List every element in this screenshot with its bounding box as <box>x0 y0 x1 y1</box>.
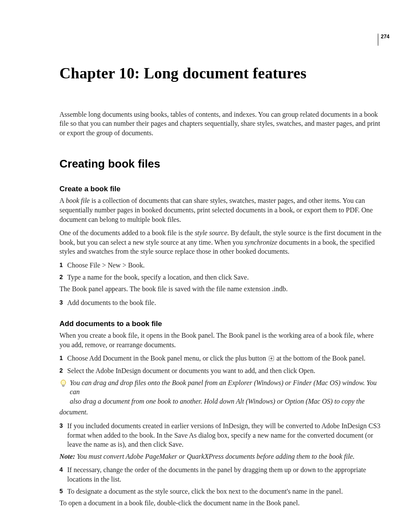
tip-line: also drag a document from one book to an… <box>70 398 364 405</box>
body-paragraph: One of the documents added to a book fil… <box>59 228 385 256</box>
text-fragment: One of the documents added to a book fil… <box>59 229 195 236</box>
step-text: Choose Add Document in the Book panel me… <box>67 354 385 364</box>
italic-term-book-file: book file <box>66 197 90 204</box>
step-text: Choose File > New > Book. <box>67 261 385 270</box>
body-paragraph: To open a document in a book file, doubl… <box>59 498 385 508</box>
step-number: 1 <box>59 261 67 270</box>
tip-line: You can drag and drop files onto the Boo… <box>70 379 377 396</box>
subsection-add-documents: Add documents to a book file <box>59 319 385 329</box>
chapter-intro: Assemble long documents using books, tab… <box>59 110 385 138</box>
svg-rect-6 <box>63 386 64 386</box>
numbered-step: 2 Select the Adobe InDesign document or … <box>59 366 385 376</box>
note-text: You must convert Adobe PageMaker or Quar… <box>75 453 354 460</box>
page-number-value: 274 <box>381 34 389 40</box>
step-text: If you included documents created in ear… <box>67 421 385 449</box>
numbered-step: 1 Choose Add Document in the Book panel … <box>59 354 385 364</box>
note-paragraph: Note: You must convert Adobe PageMaker o… <box>59 452 385 461</box>
numbered-step: 3 If you included documents created in e… <box>59 421 385 449</box>
numbered-step: 2 Type a name for the book, specify a lo… <box>59 273 385 282</box>
page-number: 274 <box>378 34 389 46</box>
step-number: 1 <box>59 354 67 363</box>
tip-callout: You can drag and drop files onto the Boo… <box>59 378 385 406</box>
step-number: 5 <box>59 487 67 496</box>
numbered-step: 4 If necessary, change the order of the … <box>59 465 385 484</box>
step-text: If necessary, change the order of the do… <box>67 465 385 484</box>
italic-term-synchronize: synchronize <box>245 239 277 246</box>
section-heading: Creating book files <box>59 156 385 171</box>
text-fragment: at the bottom of the Book panel. <box>275 355 366 362</box>
step-text: Type a name for the book, specify a loca… <box>67 273 385 282</box>
numbered-step: 5 To designate a document as the style s… <box>59 487 385 496</box>
document-page: 274 Chapter 10: Long document features A… <box>0 0 411 532</box>
tip-text-continuation: document. <box>59 408 385 417</box>
step-number: 2 <box>59 366 67 375</box>
step-number: 4 <box>59 465 67 474</box>
plus-button-icon <box>269 354 274 364</box>
text-fragment: A <box>59 197 66 204</box>
text-fragment: is a collection of documents that can sh… <box>59 197 373 223</box>
text-fragment: Choose Add Document in the Book panel me… <box>67 355 268 362</box>
step-text: To designate a document as the style sou… <box>67 487 385 496</box>
numbered-step: 3 Add documents to the book file. <box>59 298 385 308</box>
step-number: 3 <box>59 298 67 307</box>
body-paragraph: When you create a book file, it opens in… <box>59 331 385 349</box>
chapter-title: Chapter 10: Long document features <box>59 63 385 84</box>
step-text: Select the Adobe InDesign document or do… <box>67 366 385 376</box>
step-text: Add documents to the book file. <box>67 298 385 308</box>
italic-term-style-source: style source <box>195 229 227 236</box>
subsection-create-book-file: Create a book file <box>59 184 385 194</box>
tip-text: You can drag and drop files onto the Boo… <box>70 378 385 406</box>
note-label: Note: <box>59 453 75 460</box>
step-number: 3 <box>59 421 67 430</box>
svg-point-3 <box>61 380 66 385</box>
lightbulb-icon <box>59 378 70 389</box>
step-number: 2 <box>59 273 67 282</box>
body-paragraph: The Book panel appears. The book file is… <box>59 284 385 294</box>
body-paragraph: A book file is a collection of documents… <box>59 196 385 224</box>
numbered-step: 1 Choose File > New > Book. <box>59 261 385 270</box>
